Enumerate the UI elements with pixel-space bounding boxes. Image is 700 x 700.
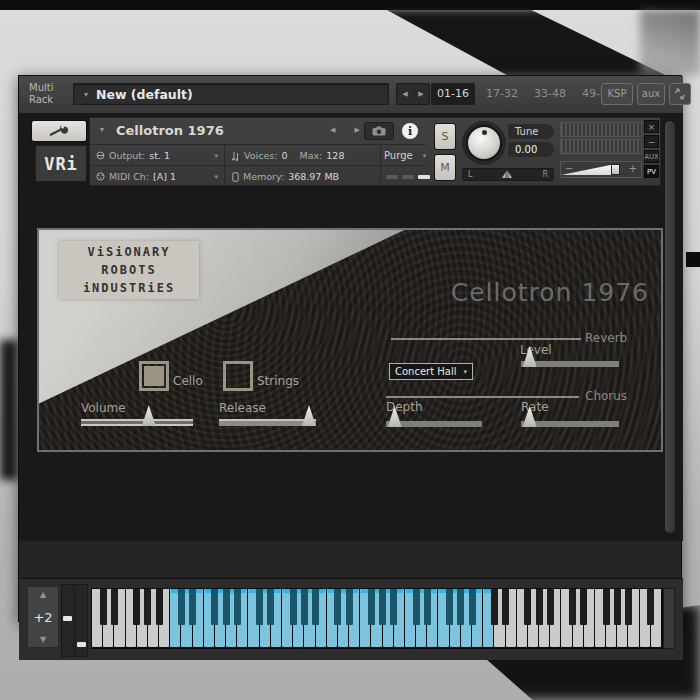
info-icon: i <box>402 123 418 139</box>
pan-control[interactable]: L R <box>462 168 554 181</box>
instrument-header: ▾ Cellotron 1976 ◀ ▶ i <box>89 117 661 186</box>
page-nav-arrows[interactable]: ◀ ▶ <box>396 83 430 105</box>
tune-value[interactable]: 0.00 <box>508 142 554 157</box>
piano-key-black[interactable] <box>100 589 107 625</box>
arrow-left-icon[interactable]: ◀ <box>402 90 407 98</box>
aux-send-button[interactable]: AUX <box>644 150 659 163</box>
solo-button[interactable]: S <box>434 123 456 150</box>
reverb-group-rule <box>391 338 581 340</box>
background-notch <box>686 252 700 267</box>
piano-key-black[interactable] <box>536 589 543 625</box>
piano-key-black[interactable] <box>580 589 587 625</box>
midi-channel-select[interactable]: MIDI Ch: [A] 1 ▾ <box>96 168 224 185</box>
midi-icon <box>96 172 105 181</box>
rack-scrollbar[interactable] <box>665 121 675 533</box>
release-slider[interactable] <box>219 419 316 426</box>
piano-key-black[interactable] <box>234 589 241 625</box>
piano-key-black[interactable] <box>156 589 163 625</box>
background-top-bar <box>0 0 700 10</box>
piano-key-black[interactable] <box>223 589 230 625</box>
aux-button[interactable]: aux <box>637 83 665 105</box>
instrument-nav-arrows[interactable]: ◀ ▶ <box>330 126 360 134</box>
piano-key-black[interactable] <box>133 589 140 625</box>
camera-icon <box>372 126 386 136</box>
reverb-type-dropdown[interactable]: Concert Hall ▾ <box>389 363 473 380</box>
piano-key-black[interactable] <box>368 589 375 625</box>
reverb-group-label: Reverb <box>585 331 627 345</box>
pitch-wheel-handle[interactable] <box>63 616 72 621</box>
piano-key-black[interactable] <box>491 589 498 625</box>
octave-up-icon[interactable]: ▲ <box>40 590 46 599</box>
piano-key-black[interactable] <box>379 589 386 625</box>
octave-shift-control[interactable]: ▲ +2 ▼ <box>27 586 59 648</box>
collapse-button[interactable] <box>669 83 691 105</box>
vri-logo-text: VRi <box>44 154 78 174</box>
preset-name: New (default) <box>96 87 193 102</box>
strings-checkbox[interactable] <box>223 361 253 391</box>
piano-key-black[interactable] <box>256 589 263 625</box>
volume-fader-handle[interactable] <box>611 164 620 175</box>
piano-key-black[interactable] <box>334 589 341 625</box>
output-select[interactable]: Output: st. 1 ▾ <box>96 147 224 164</box>
piano-key-black[interactable] <box>211 589 218 625</box>
tab-33-48[interactable]: 33-48 <box>527 83 573 105</box>
piano-key-black[interactable] <box>603 589 610 625</box>
piano-key-black[interactable] <box>502 589 509 625</box>
tune-knob[interactable] <box>462 121 506 165</box>
piano-key-black[interactable] <box>290 589 297 625</box>
piano-key-black[interactable] <box>547 589 554 625</box>
piano-key-black[interactable] <box>267 589 274 625</box>
keyboard-keys[interactable] <box>91 588 663 649</box>
minimize-button[interactable]: − <box>644 135 659 148</box>
piano-key-black[interactable] <box>647 589 654 625</box>
piano-key-black[interactable] <box>469 589 476 625</box>
purge-menu[interactable]: Purge ▾ <box>384 147 426 164</box>
close-button[interactable]: × <box>644 120 659 133</box>
pitch-wheel[interactable] <box>61 584 74 657</box>
chevron-down-icon[interactable]: ▾ <box>100 125 104 134</box>
ksp-button[interactable]: KSP <box>601 83 633 105</box>
instrument-volume-fader[interactable]: − + <box>560 161 642 178</box>
piano-key-black[interactable] <box>144 589 151 625</box>
tab-17-32[interactable]: 17-32 <box>479 83 525 105</box>
voices-display: Voices: 0 Max: 128 <box>232 147 380 164</box>
piano-key-black[interactable] <box>569 589 576 625</box>
arrow-right-icon[interactable]: ▶ <box>418 90 423 98</box>
piano-key-black[interactable] <box>457 589 464 625</box>
tab-01-16[interactable]: 01-16 <box>431 83 475 105</box>
piano-key-black[interactable] <box>390 589 397 625</box>
cellotron-panel: ViSiONARY ROBOTS iNDUSTRiES Cellotron 19… <box>37 228 663 452</box>
volume-slider[interactable] <box>81 419 193 426</box>
release-handle[interactable] <box>302 405 316 426</box>
arrow-left-icon[interactable]: ◀ <box>330 126 335 134</box>
chorus-group-rule <box>386 396 579 398</box>
piano-key-black[interactable] <box>301 589 308 625</box>
piano-key-black[interactable] <box>446 589 453 625</box>
mod-wheel-handle[interactable] <box>77 642 86 647</box>
octave-down-icon[interactable]: ▼ <box>40 635 46 644</box>
piano-key-black[interactable] <box>413 589 420 625</box>
release-label: Release <box>219 401 266 415</box>
level-meter-right <box>560 139 642 154</box>
piano-key-black[interactable] <box>524 589 531 625</box>
mod-wheel[interactable] <box>75 584 88 657</box>
piano-key-black[interactable] <box>346 589 353 625</box>
strings-label: Strings <box>257 374 299 388</box>
performance-view-button[interactable]: PV <box>644 165 659 178</box>
volume-handle[interactable] <box>142 405 156 426</box>
piano-key-black[interactable] <box>424 589 431 625</box>
piano-key-black[interactable] <box>312 589 319 625</box>
snapshot-button[interactable] <box>364 122 394 140</box>
piano-key-black[interactable] <box>178 589 185 625</box>
piano-key-black[interactable] <box>111 589 118 625</box>
piano-key-black[interactable] <box>189 589 196 625</box>
mute-button[interactable]: M <box>434 154 456 181</box>
info-button[interactable]: i <box>400 122 420 140</box>
preset-dropdown[interactable]: ▾ New (default) <box>73 83 389 105</box>
background-dark-shape-left <box>0 340 18 480</box>
cello-checkbox[interactable] <box>139 361 169 391</box>
piano-key-black[interactable] <box>614 589 621 625</box>
piano-key-black[interactable] <box>625 589 632 625</box>
arrow-right-icon[interactable]: ▶ <box>355 126 360 134</box>
edit-instrument-button[interactable] <box>31 120 87 142</box>
